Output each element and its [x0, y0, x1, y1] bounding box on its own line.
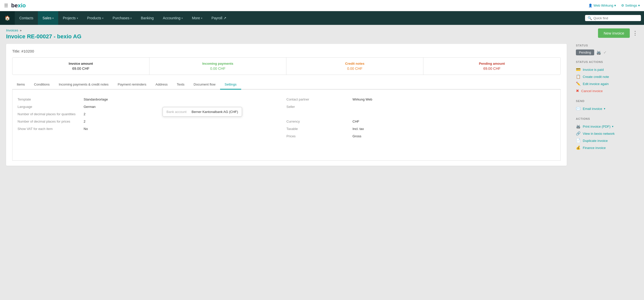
invoice-tabs: Items Conditions Incoming payments & cre… [12, 80, 561, 90]
email-invoice-action[interactable]: ✉️ Email invoice [576, 105, 602, 112]
actions-section-title: ACTIONS [576, 117, 638, 120]
summary-credit-notes: Credit notes 0.00 CHF [286, 58, 423, 75]
summary-incoming-payments-value: 0.00 CHF [155, 66, 281, 71]
bank-highlight-value: Berner Kantonalbank AG (CHF) [192, 110, 238, 114]
email-dropdown-icon[interactable]: ▾ [604, 107, 605, 110]
print-status-icon[interactable]: 🖨️ [596, 50, 601, 55]
nav-purchases[interactable]: Purchases ▾ [108, 11, 136, 25]
nav-more[interactable]: More ▾ [187, 11, 207, 25]
summary-credit-notes-label: Credit notes [292, 62, 418, 65]
nav-purchases-label: Purchases [113, 16, 129, 20]
settings-label: Settings [625, 4, 637, 7]
settings-seller-value [352, 105, 545, 109]
search-icon: 🔍 [588, 16, 592, 20]
summary-invoice-amount-value: 69.00 CHF [18, 66, 144, 71]
nav-sales[interactable]: Sales ▾ [38, 11, 58, 25]
new-invoice-button[interactable]: New invoice [598, 28, 630, 38]
summary-pending-amount: Pending amount 69.00 CHF [423, 58, 560, 75]
duplicate-invoice-action[interactable]: 📄 Duplicate invoice [576, 137, 638, 144]
tab-payment-reminders[interactable]: Payment reminders [113, 80, 151, 90]
invoice-summary-row: Invoice amount 69.00 CHF Incoming paymen… [12, 57, 561, 75]
settings-contact-partner-label: Contact partner [286, 97, 352, 101]
nav-products[interactable]: Products ▾ [83, 11, 108, 25]
status-badge: Pending [576, 49, 594, 55]
settings-right-col: Contact partner Wirkung Web Seller Bank … [286, 96, 555, 140]
nav-home-button[interactable]: 🏠 [0, 11, 15, 25]
invoice-is-paid-label: Invoice is paid [583, 68, 604, 72]
edit-icon: ✏️ [576, 81, 581, 86]
nav-banking[interactable]: Banking [136, 11, 158, 25]
send-section-title: SEND [576, 99, 638, 103]
summary-incoming-payments: Incoming payments 0.00 CHF [149, 58, 286, 75]
header-actions: New invoice ⋮ [598, 28, 638, 38]
finance-icon: 💰 [576, 145, 581, 150]
nav-sales-chevron-icon: ▾ [52, 17, 54, 20]
tab-texts[interactable]: Texts [172, 80, 189, 90]
tab-incoming-payments[interactable]: Incoming payments & credit notes [54, 80, 113, 90]
settings-taxable-row: Taxable Incl. tax [286, 125, 545, 132]
settings-currency-label: Currency [286, 120, 352, 123]
paid-icon: 💳 [576, 67, 581, 72]
top-bar-right: 👤 Web Wirkung ▾ ⚙ Settings ▾ [588, 4, 640, 7]
menu-icon[interactable]: ☰ [4, 3, 8, 8]
settings-chevron-icon: ▾ [638, 4, 640, 7]
edit-invoice-again-action[interactable]: ✏️ Edit invoice again [576, 80, 638, 87]
summary-incoming-payments-label: Incoming payments [155, 62, 281, 65]
status-row: Pending 🖨️ ✓ [576, 49, 638, 55]
tab-conditions[interactable]: Conditions [29, 80, 54, 90]
print-invoice-action[interactable]: 🖨️ Print invoice (PDF) [576, 123, 610, 130]
search-input[interactable] [593, 16, 638, 20]
settings-content: Template Standardvorlage Language German… [12, 90, 561, 161]
settings-price-decimal-label: Number of decimal places for prices [18, 120, 84, 123]
credit-note-icon: 📋 [576, 74, 581, 79]
settings-vat-row: Show VAT for each item No [18, 125, 276, 132]
summary-pending-amount-label: Pending amount [428, 62, 555, 65]
create-credit-note-action[interactable]: 📋 Create credit note [576, 73, 638, 80]
print-invoice-row: 🖨️ Print invoice (PDF) ▾ [576, 123, 638, 130]
page-title: Invoice RE-00027 - bexio AG [6, 33, 81, 40]
user-link[interactable]: 👤 Web Wirkung ▾ [588, 4, 616, 7]
status-section: STATUS Pending 🖨️ ✓ [576, 44, 638, 55]
settings-seller-row: Seller [286, 103, 545, 110]
nav-purchases-chevron-icon: ▾ [130, 17, 132, 20]
nav-accounting[interactable]: Accounting ▾ [158, 11, 187, 25]
settings-template-label: Template [18, 97, 84, 101]
email-row: ✉️ Email invoice ▾ [576, 105, 638, 112]
check-status-icon[interactable]: ✓ [603, 50, 607, 55]
tab-settings[interactable]: Settings [220, 80, 241, 90]
settings-price-decimal-row: Number of decimal places for prices 2 [18, 118, 276, 125]
settings-grid: Template Standardvorlage Language German… [18, 96, 555, 140]
tab-address[interactable]: Address [151, 80, 172, 90]
settings-vat-value: No [84, 127, 276, 131]
settings-contact-partner-row: Contact partner Wirkung Web [286, 96, 545, 103]
print-dropdown-icon[interactable]: ▾ [612, 125, 614, 128]
nav-more-label: More [192, 16, 200, 20]
invoice-title-row: Title: #10200 [12, 49, 561, 53]
finance-invoice-action[interactable]: 💰 Finance invoice [576, 144, 638, 151]
nav-banking-label: Banking [141, 16, 154, 20]
settings-currency-value: CHF [352, 120, 545, 123]
settings-template-row: Template Standardvorlage [18, 96, 276, 103]
nav-payroll[interactable]: Payroll ↗ [207, 11, 231, 25]
header-left: Invoices » Invoice RE-00027 - bexio AG [6, 28, 81, 40]
settings-prices-label: Prices [286, 134, 352, 138]
view-bexio-network-label: View in bexio network [583, 132, 615, 136]
view-bexio-network-action[interactable]: 🔗 View in bexio network [576, 130, 638, 137]
status-section-title: STATUS [576, 44, 638, 47]
cancel-invoice-action[interactable]: ✖ Cancel invoice [576, 87, 638, 94]
email-icon: ✉️ [576, 106, 581, 111]
nav-projects[interactable]: Projects ▾ [58, 11, 83, 25]
email-invoice-label: Email invoice [583, 107, 602, 111]
more-options-button[interactable]: ⋮ [632, 30, 638, 37]
settings-taxable-value: Incl. tax [352, 127, 545, 131]
nav-projects-label: Projects [63, 16, 76, 20]
settings-link[interactable]: ⚙ Settings ▾ [621, 4, 640, 7]
invoice-is-paid-action[interactable]: 💳 Invoice is paid [576, 66, 638, 73]
right-sidebar: STATUS Pending 🖨️ ✓ STATUS ACTIONS 💳 Inv… [573, 41, 644, 169]
nav-contacts[interactable]: Contacts [15, 11, 38, 25]
tab-document-flow[interactable]: Document flow [189, 80, 220, 90]
breadcrumb-invoices-link[interactable]: Invoices [6, 28, 18, 32]
invoice-card: Title: #10200 Invoice amount 69.00 CHF I… [6, 44, 567, 166]
cancel-icon: ✖ [576, 89, 579, 93]
tab-items[interactable]: Items [12, 80, 29, 90]
